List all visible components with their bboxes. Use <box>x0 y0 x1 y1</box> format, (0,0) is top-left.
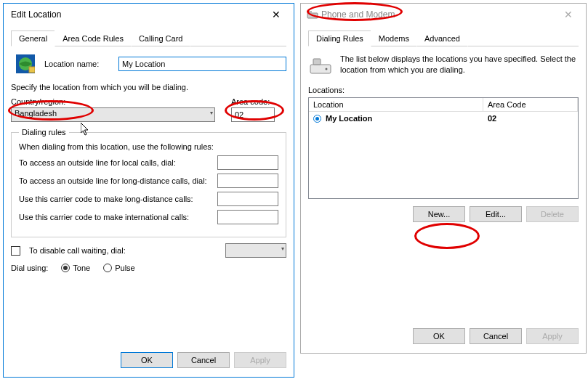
tab-general[interactable]: General <box>11 30 55 46</box>
ok-button[interactable]: OK <box>121 352 173 368</box>
apply-button: Apply <box>234 352 286 368</box>
description-text: The list below displays the locations yo… <box>340 54 579 76</box>
phone-and-modem-dialog: Phone and Modem ✕ Dialing Rules Modems A… <box>300 3 587 354</box>
svg-point-2 <box>314 15 315 17</box>
area-code-input[interactable] <box>231 107 275 122</box>
chevron-down-icon: ▾ <box>210 110 213 116</box>
selected-radio-icon <box>313 115 321 123</box>
column-location[interactable]: Location <box>309 98 483 111</box>
tabs: Dialing Rules Modems Advanced <box>308 30 579 46</box>
country-label: Country/region: <box>11 97 215 106</box>
location-name-label: Location name: <box>44 60 110 68</box>
close-button[interactable]: ✕ <box>554 4 583 25</box>
titlebar[interactable]: Edit Location ✕ <box>4 4 294 25</box>
radio-tone[interactable]: Tone <box>61 264 90 272</box>
country-select[interactable]: Bangladesh ▾ <box>11 107 215 122</box>
local-access-input[interactable] <box>217 155 278 170</box>
svg-point-5 <box>326 68 328 70</box>
titlebar[interactable]: Phone and Modem ✕ <box>301 4 586 25</box>
tab-area-code-rules[interactable]: Area Code Rules <box>55 30 132 46</box>
location-name-input[interactable] <box>118 57 286 71</box>
disable-call-waiting-checkbox[interactable] <box>11 246 20 256</box>
dial-using-label: Dial using: <box>11 264 48 272</box>
new-button[interactable]: New... <box>413 206 465 222</box>
row-location: My Location <box>326 114 372 123</box>
chevron-down-icon: ▾ <box>281 245 284 252</box>
apply-button: Apply <box>526 328 579 344</box>
radio-filled-icon <box>61 264 70 272</box>
area-code-label: Area code: <box>231 97 286 106</box>
radio-empty-icon <box>103 264 112 272</box>
carrier-international-input[interactable] <box>217 210 278 224</box>
window-title: Edit Location <box>9 9 262 20</box>
listview-row[interactable]: My Location 02 <box>309 112 578 125</box>
country-select-value: Bangladesh <box>15 109 57 118</box>
tab-calling-card[interactable]: Calling Card <box>131 30 191 46</box>
svg-rect-4 <box>313 59 321 65</box>
window-title: Phone and Modem <box>318 9 554 20</box>
dialing-rules-intro: When dialing from this location, use the… <box>19 142 278 151</box>
dialing-rules-fieldset: Dialing rules When dialing from this loc… <box>11 128 286 237</box>
ok-button[interactable]: OK <box>413 328 465 344</box>
specify-text: Specify the location from which you will… <box>11 83 286 91</box>
carrier-long-distance-label: Use this carrier code to make long-dista… <box>19 195 193 203</box>
tab-advanced[interactable]: Advanced <box>416 30 468 46</box>
long-distance-access-label: To access an outside line for long-dista… <box>19 176 207 185</box>
locations-listview[interactable]: Location Area Code My Location 02 <box>308 97 579 199</box>
cancel-button[interactable]: Cancel <box>177 352 230 368</box>
close-button[interactable]: ✕ <box>262 4 291 25</box>
svg-rect-0 <box>307 13 318 18</box>
carrier-international-label: Use this carrier code to make internatio… <box>19 213 189 221</box>
row-areacode: 02 <box>488 114 573 123</box>
svg-rect-8 <box>29 67 35 73</box>
tabs: General Area Code Rules Calling Card <box>11 30 286 46</box>
tab-dialing-rules[interactable]: Dialing Rules <box>308 30 371 46</box>
phone-modem-large-icon <box>308 54 333 78</box>
cancel-button[interactable]: Cancel <box>470 328 522 344</box>
radio-pulse[interactable]: Pulse <box>103 264 135 272</box>
globe-icon <box>15 54 36 74</box>
edit-button[interactable]: Edit... <box>470 206 522 222</box>
dialing-rules-legend: Dialing rules <box>19 128 69 136</box>
svg-rect-3 <box>310 65 331 73</box>
disable-call-waiting-select[interactable]: ▾ <box>225 243 286 258</box>
column-area-code[interactable]: Area Code <box>483 98 578 111</box>
long-distance-access-input[interactable] <box>217 174 278 188</box>
locations-label: Locations: <box>308 86 579 94</box>
edit-location-dialog: Edit Location ✕ General Area Code Rules … <box>3 3 294 378</box>
disable-call-waiting-label: To disable call waiting, dial: <box>29 246 221 255</box>
carrier-long-distance-input[interactable] <box>217 192 278 206</box>
local-access-label: To access an outside line for local call… <box>19 158 176 167</box>
svg-rect-1 <box>309 11 312 13</box>
phone-modem-icon <box>307 9 318 20</box>
delete-button: Delete <box>526 206 579 222</box>
tab-modems[interactable]: Modems <box>371 30 417 46</box>
listview-header[interactable]: Location Area Code <box>309 98 578 112</box>
